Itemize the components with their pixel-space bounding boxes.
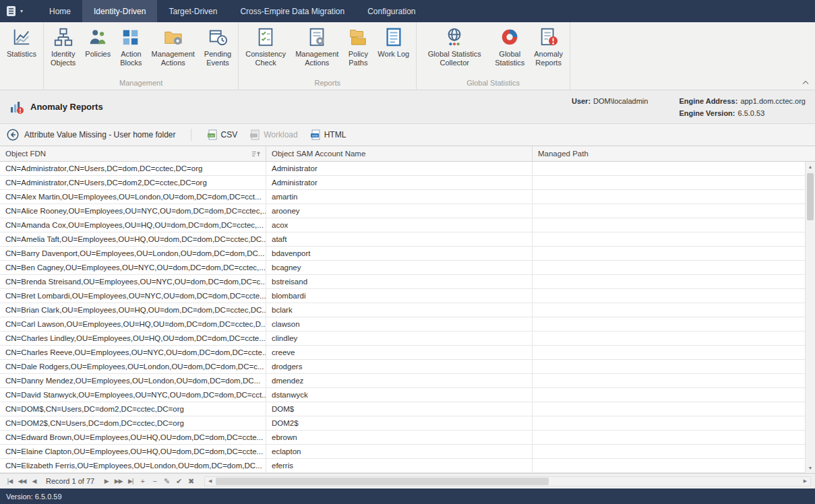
cell-object-fdn: CN=Charles Reeve,OU=Employees,OU=NYC,OU=… bbox=[0, 346, 266, 359]
ribbon-button-management-actions[interactable]: Management Actions bbox=[147, 24, 200, 69]
tab-cross-empire-data-migration[interactable]: Cross-Empire Data Migration bbox=[229, 0, 356, 22]
ribbon-group-label: Global Statistics bbox=[419, 78, 568, 90]
table-row[interactable]: CN=Administrator,CN=Users,DC=dom,DC=ccte… bbox=[0, 162, 805, 176]
table-row[interactable]: CN=Elaine Clapton,OU=Employees,OU=HQ,OU=… bbox=[0, 445, 805, 459]
table-row[interactable]: CN=Bret Lombardi,OU=Employees,OU=NYC,OU=… bbox=[0, 289, 805, 303]
column-header-managed-path[interactable]: Managed Path bbox=[533, 146, 815, 161]
next-record-icon[interactable]: ▶ bbox=[100, 474, 112, 489]
vertical-scrollbar-thumb[interactable] bbox=[807, 173, 814, 220]
cell-object-sam-account-name: ataft bbox=[266, 232, 533, 246]
table-row[interactable]: CN=Dale Rodgers,OU=Employees,OU=London,O… bbox=[0, 360, 805, 374]
delete-record-icon[interactable]: − bbox=[149, 474, 160, 489]
table-row[interactable]: CN=Brian Clark,OU=Employees,OU=HQ,OU=dom… bbox=[0, 303, 805, 317]
ribbon-collapse-button[interactable] bbox=[799, 77, 812, 88]
ribbon-button-global-statistics[interactable]: Global Statistics bbox=[490, 24, 529, 69]
vertical-scrollbar[interactable]: ▲ ▼ bbox=[805, 162, 815, 473]
ribbon-button-global-statistics-collector[interactable]: Global Statistics Collector bbox=[419, 24, 490, 69]
table-row[interactable]: CN=Barry Davenport,OU=Employees,OU=Londo… bbox=[0, 247, 805, 261]
table-row[interactable]: CN=David Stanwyck,OU=Employees,OU=NYC,OU… bbox=[0, 388, 805, 402]
table-row[interactable]: CN=Amanda Cox,OU=Employees,OU=HQ,OU=dom,… bbox=[0, 218, 805, 232]
ribbon-button-management-actions[interactable]: Management Actions bbox=[291, 24, 343, 69]
ribbon-button-anomaly-reports[interactable]: Anomaly Reports bbox=[529, 24, 568, 69]
scroll-right-icon[interactable]: ▶ bbox=[800, 478, 810, 484]
ribbon-group-reports: Consistency Check Management Actions Pol… bbox=[239, 22, 417, 90]
table-row[interactable]: CN=Edward Brown,OU=Employees,OU=HQ,OU=do… bbox=[0, 431, 805, 445]
table-body: CN=Administrator,CN=Users,DC=dom,DC=ccte… bbox=[0, 162, 805, 473]
ribbon-button-policies[interactable]: Policies bbox=[80, 24, 115, 60]
cell-managed-path bbox=[533, 162, 805, 175]
html-export-button[interactable]: HTM HTML bbox=[304, 127, 353, 143]
first-record-icon[interactable]: |◀ bbox=[4, 474, 16, 489]
ribbon-button-identity-objects[interactable]: Identity Objects bbox=[46, 24, 80, 69]
next-page-icon[interactable]: ▶▶ bbox=[113, 474, 124, 489]
cell-object-fdn: CN=DOM$,CN=Users,DC=dom2,DC=cctec,DC=org bbox=[0, 402, 266, 416]
policies-icon bbox=[88, 27, 108, 47]
prev-record-icon[interactable]: ◀ bbox=[28, 474, 40, 489]
ribbon: Statistics Identity Objects Policies Act… bbox=[0, 22, 815, 90]
table-row[interactable]: CN=Alex Martin,OU=Employees,OU=London,OU… bbox=[0, 190, 805, 204]
workload-file-icon bbox=[249, 129, 260, 140]
cell-object-sam-account-name: bcagney bbox=[266, 261, 533, 274]
tab-configuration[interactable]: Configuration bbox=[356, 0, 427, 22]
cell-object-fdn: CN=Bret Lombardi,OU=Employees,OU=NYC,OU=… bbox=[0, 289, 266, 303]
back-arrow-icon bbox=[7, 129, 19, 141]
append-record-icon[interactable]: + bbox=[137, 474, 148, 489]
engine-version-label: Engine Version: bbox=[679, 109, 735, 117]
ribbon-button-action-blocks[interactable]: Action Blocks bbox=[115, 24, 146, 69]
tab-target-driven[interactable]: Target-Driven bbox=[157, 0, 229, 22]
table-row[interactable]: CN=Carl Lawson,OU=Employees,OU=HQ,OU=dom… bbox=[0, 317, 805, 332]
table-row[interactable]: CN=Administrator,CN=Users,DC=dom2,DC=cct… bbox=[0, 176, 805, 190]
last-record-icon[interactable]: ▶| bbox=[125, 474, 136, 489]
tab-identity-driven[interactable]: Identity-Driven bbox=[82, 0, 157, 22]
ribbon-button-consistency-check[interactable]: Consistency Check bbox=[241, 24, 291, 69]
table-row[interactable]: CN=DOM2$,CN=Users,DC=dom,DC=cctec,DC=org… bbox=[0, 416, 805, 431]
table-row[interactable]: CN=Charles Lindley,OU=Employees,OU=HQ,OU… bbox=[0, 332, 805, 346]
report-title: Attribute Value Missing - User home fold… bbox=[24, 130, 176, 139]
cell-managed-path bbox=[533, 374, 805, 387]
cell-object-fdn: CN=Elaine Clapton,OU=Employees,OU=HQ,OU=… bbox=[0, 445, 266, 458]
table-row[interactable]: CN=Elizabeth Ferris,OU=Employees,OU=Lond… bbox=[0, 459, 805, 473]
table-row[interactable]: CN=Danny Mendez,OU=Employees,OU=London,O… bbox=[0, 374, 805, 388]
ribbon-button-statistics[interactable]: Statistics bbox=[2, 24, 41, 60]
scroll-left-icon[interactable]: ◀ bbox=[205, 478, 215, 484]
application-menu-button[interactable]: ▾ bbox=[0, 0, 30, 22]
scroll-down-icon[interactable]: ▼ bbox=[806, 463, 815, 473]
cancel-edit-icon[interactable]: ✖ bbox=[185, 474, 197, 489]
table-row[interactable]: CN=DOM$,CN=Users,DC=dom2,DC=cctec,DC=org… bbox=[0, 402, 805, 416]
column-header-object-sam-account-name[interactable]: Object SAM Account Name bbox=[266, 146, 533, 161]
cell-object-fdn: CN=Edward Brown,OU=Employees,OU=HQ,OU=do… bbox=[0, 431, 266, 444]
record-navigator: |◀ ◀◀ ◀ Record 1 of 77 ▶ ▶▶ ▶| + − ✎ ✔ ✖… bbox=[0, 473, 815, 489]
ribbon-button-pending-events[interactable]: Pending Events bbox=[200, 24, 236, 69]
table-row[interactable]: CN=Ben Cagney,OU=Employees,OU=NYC,OU=dom… bbox=[0, 261, 805, 275]
tab-home[interactable]: Home bbox=[38, 0, 82, 22]
consistency-check-icon bbox=[255, 27, 276, 47]
report-toolbar: Attribute Value Missing - User home fold… bbox=[0, 124, 815, 146]
user-value: DOM\localadmin bbox=[593, 97, 648, 105]
ribbon-button-policy-paths[interactable]: Policy Paths bbox=[343, 24, 373, 69]
cell-managed-path bbox=[533, 388, 805, 402]
column-header-object-fdn[interactable]: Object FDN bbox=[0, 146, 266, 161]
horizontal-scrollbar-thumb[interactable] bbox=[216, 478, 549, 485]
prev-page-icon[interactable]: ◀◀ bbox=[16, 474, 28, 489]
cell-object-sam-account-name: eclapton bbox=[266, 445, 533, 458]
horizontal-scrollbar[interactable]: ◀ ▶ bbox=[204, 476, 811, 486]
table-row[interactable]: CN=Alice Rooney,OU=Employees,OU=NYC,OU=d… bbox=[0, 204, 805, 218]
table-row[interactable]: CN=Charles Reeve,OU=Employees,OU=NYC,OU=… bbox=[0, 346, 805, 360]
table-row[interactable]: CN=Brenda Streisand,OU=Employees,OU=NYC,… bbox=[0, 275, 805, 289]
html-file-icon: HTM bbox=[310, 129, 321, 140]
work-log-icon bbox=[384, 27, 404, 47]
back-button[interactable] bbox=[7, 129, 19, 141]
engine-version-info: Engine Version:6.5.0.53 bbox=[679, 109, 806, 117]
end-edit-icon[interactable]: ✔ bbox=[173, 474, 185, 489]
cell-object-fdn: CN=Barry Davenport,OU=Employees,OU=Londo… bbox=[0, 247, 266, 260]
ribbon-button-work-log[interactable]: Work Log bbox=[373, 24, 414, 60]
cell-object-sam-account-name: dmendez bbox=[266, 374, 533, 387]
edit-record-icon[interactable]: ✎ bbox=[161, 474, 173, 489]
table-row[interactable]: CN=Amelia Taft,OU=Employees,OU=HQ,OU=dom… bbox=[0, 232, 805, 247]
csv-export-button[interactable]: CSV CSV bbox=[201, 127, 244, 143]
pending-events-icon bbox=[208, 27, 228, 47]
scroll-up-icon[interactable]: ▲ bbox=[806, 162, 815, 172]
tab-strip: HomeIdentity-DrivenTarget-DrivenCross-Em… bbox=[38, 0, 427, 22]
cell-managed-path bbox=[533, 275, 805, 288]
cell-object-sam-account-name: amartin bbox=[266, 190, 533, 203]
